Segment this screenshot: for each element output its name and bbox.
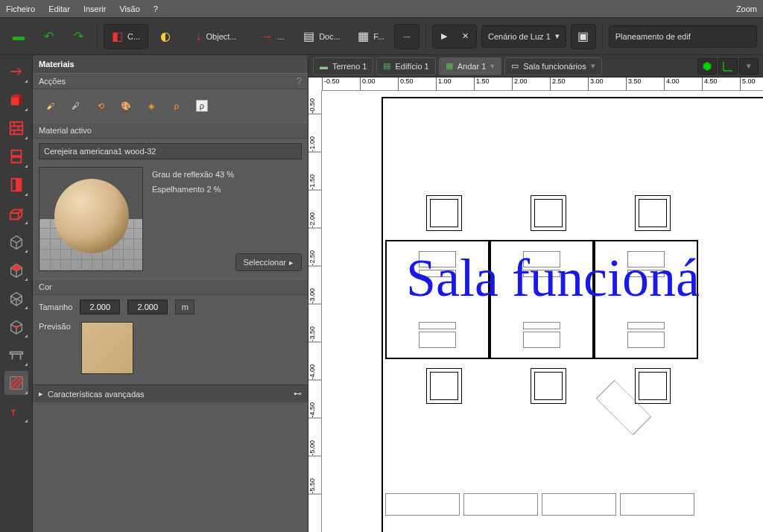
terrain-icon: ▬: [320, 62, 328, 71]
main-toolbar: ▬ ↶ ↷ ◧C... ◐ ↓Object... →... ▤Doc... ▦F…: [0, 18, 763, 55]
scene-selector[interactable]: Cenário de Luz 1▾: [481, 25, 566, 48]
palette-tool[interactable]: 🎨: [115, 95, 137, 117]
palette-icon: 🎨: [121, 101, 131, 111]
floppy-icon: ▬: [13, 30, 25, 43]
size-y-input[interactable]: 2.000: [127, 300, 168, 314]
cube-icon: ◧: [112, 29, 123, 43]
play-button[interactable]: ▶: [434, 27, 454, 46]
view-3d-button[interactable]: [697, 58, 717, 75]
minus-icon: –: [404, 30, 411, 43]
crumb-andar[interactable]: ▦Andar 1▾: [439, 57, 502, 75]
rho-tool[interactable]: ρ: [165, 95, 188, 117]
select-button[interactable]: Seleccionar▸: [235, 253, 302, 271]
floor-plan[interactable]: Sala funcioná: [322, 91, 763, 532]
rho-icon: ρ: [174, 101, 179, 110]
block-tool[interactable]: [4, 88, 28, 112]
construction-button[interactable]: ◧C...: [104, 24, 148, 49]
export-button[interactable]: →...: [254, 24, 291, 49]
redo-button[interactable]: ↷: [66, 24, 91, 49]
tag-icon: ◈: [148, 101, 154, 111]
preview-label: Previsão: [39, 322, 71, 331]
play-icon: ▶: [441, 31, 447, 41]
svg-rect-0: [15, 326, 18, 329]
floor-icon: ▦: [446, 61, 453, 71]
chevron-down-icon: ▾: [490, 61, 495, 71]
text-tool[interactable]: T: [4, 399, 28, 423]
help-icon[interactable]: ?: [296, 75, 302, 87]
vertical-toolbar: T: [0, 55, 33, 532]
color-header: Cor: [33, 279, 308, 295]
wireframe-tool[interactable]: [4, 286, 28, 310]
menu-inserir[interactable]: Inserir: [83, 4, 107, 13]
menu-editar[interactable]: Editar: [48, 4, 70, 13]
actions-header: Acções?: [33, 73, 308, 89]
size-x-input[interactable]: 2.000: [80, 300, 120, 314]
grid-button[interactable]: ▦F...: [352, 24, 390, 49]
import-icon: ↓: [196, 30, 202, 43]
building-icon: ▤: [383, 61, 390, 71]
redo-icon: ↷: [74, 29, 83, 43]
floor-tool[interactable]: [4, 201, 28, 225]
paint-tool[interactable]: 🖋: [64, 95, 86, 117]
canvas-area: ▬Terreno 1 ▤Edifício 1 ▦Andar 1▾ ▭Sala f…: [308, 55, 763, 532]
stop-button[interactable]: ✕: [455, 27, 475, 46]
mirror-label: Espelhamento 2 %: [152, 185, 302, 194]
doc-button[interactable]: ▤Doc...: [296, 24, 348, 49]
crumb-sala[interactable]: ▭Sala funcionários▾: [504, 57, 601, 75]
rotate-icon: ⟲: [98, 101, 104, 111]
wall-tool[interactable]: [4, 116, 28, 140]
chevron-down-icon: ▾: [591, 61, 595, 71]
roof-tool[interactable]: [4, 258, 28, 282]
vertical-ruler: -0.50-1.00-1.50-2.00-2.50-3.00-3.50-4.00…: [308, 91, 322, 532]
marker-tool[interactable]: [4, 314, 28, 338]
view-more-button[interactable]: ▾: [739, 58, 759, 75]
active-material-header: Material activo: [33, 122, 308, 139]
view-toggle[interactable]: ▣: [571, 24, 596, 49]
chevron-down-icon: ▾: [555, 31, 560, 41]
chevron-right-icon: ▸: [39, 389, 43, 399]
crumb-terreno[interactable]: ▬Terreno 1: [313, 57, 373, 75]
advanced-characteristics[interactable]: ▸ Características avançadas ⊷: [33, 384, 308, 402]
svg-text:T: T: [10, 409, 16, 417]
menu-ficheiro[interactable]: Ficheiro: [6, 4, 35, 13]
rho-box-icon: ρ: [196, 100, 208, 112]
light-button[interactable]: ◐: [153, 24, 178, 49]
document-icon: ▤: [303, 29, 314, 43]
crumb-edificio[interactable]: ▤Edifício 1: [376, 57, 435, 75]
tag-tool[interactable]: ◈: [140, 95, 162, 117]
window-tool[interactable]: [4, 145, 28, 168]
unit-selector[interactable]: m: [175, 300, 194, 314]
plan-button[interactable]: Planeamento de edif: [609, 25, 757, 48]
room-icon: ▭: [511, 61, 519, 71]
menu-help[interactable]: ?: [153, 4, 158, 13]
rho-box-tool[interactable]: ρ: [191, 95, 213, 117]
arrow-right-icon: →: [261, 30, 273, 43]
save-button[interactable]: ▬: [6, 24, 31, 49]
media-controls: ▶ ✕: [432, 25, 477, 48]
panel-title: Materiais: [33, 55, 308, 73]
texture-swatch[interactable]: [81, 322, 133, 374]
minimize-button[interactable]: –: [394, 24, 420, 49]
door-tool[interactable]: [4, 173, 28, 197]
object-button[interactable]: ↓Object...: [183, 24, 250, 49]
paintbrush-icon: 🖋: [72, 101, 80, 110]
undo-button[interactable]: ↶: [36, 24, 61, 49]
chevron-right-icon: ▸: [289, 258, 294, 267]
view-axis-button[interactable]: [718, 58, 738, 75]
menu-visao[interactable]: Visão: [119, 4, 139, 13]
hatch-tool[interactable]: [4, 371, 28, 395]
cube-tool[interactable]: [4, 229, 28, 253]
actions-toolbar: 🖌 🖋 ⟲ 🎨 ◈ ρ ρ: [33, 89, 308, 122]
table-tool[interactable]: [4, 343, 28, 367]
rotate-tool[interactable]: ⟲: [89, 95, 112, 117]
size-label: Tamanho: [39, 303, 72, 311]
pin-icon[interactable]: ⊷: [294, 389, 302, 399]
brush-tool[interactable]: 🖌: [39, 95, 61, 117]
material-name-field[interactable]: Cerejeira americana1 wood-32: [39, 143, 302, 159]
arrow-tool[interactable]: [4, 60, 28, 83]
room-label: Sala funcioná: [406, 247, 700, 309]
lamp-icon: ◐: [160, 29, 171, 43]
breadcrumb: ▬Terreno 1 ▤Edifício 1 ▦Andar 1▾ ▭Sala f…: [308, 55, 763, 77]
menu-zoom[interactable]: Zoom: [736, 4, 757, 13]
reflection-label: Grau de reflexão 43 %: [152, 170, 302, 179]
